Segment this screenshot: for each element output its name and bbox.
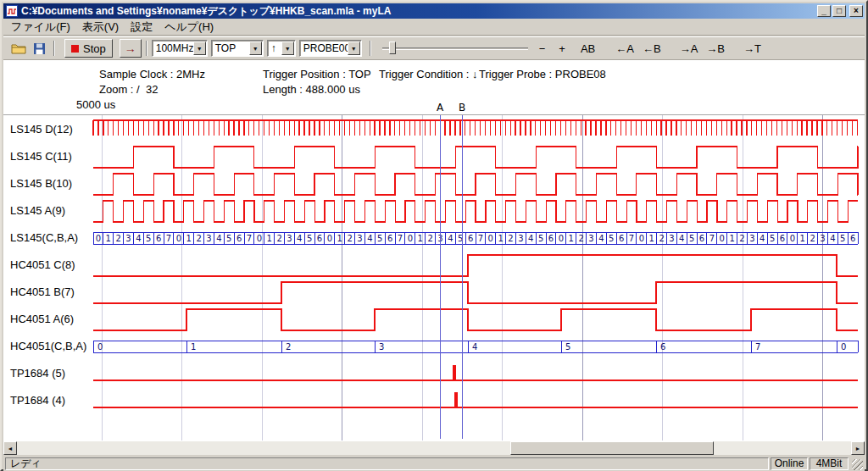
svg-text:4: 4 <box>528 234 533 243</box>
svg-text:4: 4 <box>760 234 765 243</box>
ab-cursor-button[interactable]: AB <box>576 40 599 57</box>
svg-text:1: 1 <box>569 234 574 243</box>
svg-text:7: 7 <box>166 234 171 243</box>
svg-text:0: 0 <box>408 234 413 243</box>
stop-icon <box>71 45 79 53</box>
svg-text:1: 1 <box>337 234 342 243</box>
svg-text:0: 0 <box>176 234 181 243</box>
chevron-down-icon[interactable]: ▼ <box>249 42 262 55</box>
svg-text:3: 3 <box>749 234 754 243</box>
slider-track <box>382 47 528 50</box>
left-a-button[interactable]: ←A <box>611 40 638 57</box>
svg-text:7: 7 <box>478 234 483 243</box>
chevron-down-icon[interactable]: ▼ <box>193 42 206 55</box>
status-bar: レディ Online 4MBit <box>3 456 865 471</box>
right-a-button[interactable]: →A <box>676 40 703 57</box>
svg-text:3: 3 <box>287 234 292 243</box>
trigger-position-value: TOP <box>215 42 236 54</box>
status-online: Online <box>771 457 808 470</box>
left-b-button[interactable]: ←B <box>638 40 665 57</box>
sample-clock-value: 100MHz <box>156 42 194 54</box>
svg-text:5: 5 <box>565 342 570 352</box>
svg-text:6: 6 <box>317 234 322 243</box>
svg-text:6: 6 <box>548 234 554 243</box>
svg-text:0: 0 <box>720 234 725 243</box>
svg-text:6: 6 <box>156 234 161 243</box>
svg-text:6: 6 <box>660 342 665 352</box>
title-bar[interactable]: C:¥Documents and Settings¥noname¥デスクトップ¥… <box>3 3 865 19</box>
open-button[interactable] <box>8 39 29 58</box>
svg-text:3: 3 <box>518 234 523 243</box>
zoom-slider[interactable] <box>382 40 528 57</box>
zoom-out-button[interactable]: − <box>535 40 550 57</box>
scroll-right-button[interactable]: ► <box>851 441 865 455</box>
svg-text:4: 4 <box>367 234 372 243</box>
sample-clock-select[interactable]: 100MHz ▼ <box>152 40 208 57</box>
svg-text:4: 4 <box>472 342 477 352</box>
svg-text:5: 5 <box>307 234 312 243</box>
svg-text:0: 0 <box>790 234 795 243</box>
svg-text:2: 2 <box>286 342 291 352</box>
svg-text:5: 5 <box>770 234 775 243</box>
svg-text:1: 1 <box>191 342 196 352</box>
svg-text:0: 0 <box>488 234 493 243</box>
svg-text:A: A <box>437 102 444 114</box>
svg-text:1: 1 <box>649 234 654 243</box>
svg-text:3: 3 <box>669 234 674 243</box>
chevron-down-icon[interactable]: ▼ <box>348 42 360 55</box>
resize-grip[interactable] <box>852 459 863 470</box>
right-t-button[interactable]: →T <box>739 40 765 57</box>
right-b-button[interactable]: →B <box>702 40 729 57</box>
svg-text:1: 1 <box>498 234 503 243</box>
svg-text:2: 2 <box>659 234 664 243</box>
stop-label: Stop <box>83 42 106 55</box>
zoom-in-button[interactable]: + <box>554 40 570 57</box>
svg-text:0: 0 <box>559 234 564 243</box>
svg-text:2: 2 <box>115 234 120 243</box>
scroll-left-button[interactable]: ◄ <box>3 441 17 455</box>
svg-text:0: 0 <box>96 234 101 243</box>
status-memory: 4MBit <box>810 457 849 470</box>
slider-thumb[interactable] <box>389 42 396 54</box>
waveform-canvas[interactable]: 0123456701234567012345601234567012345670… <box>3 60 865 441</box>
menu-item-help[interactable]: ヘルプ(H) <box>159 18 220 36</box>
menu-item-file[interactable]: ファイル(F) <box>5 18 76 36</box>
svg-text:3: 3 <box>357 234 362 243</box>
menu-item-settings[interactable]: 設定 <box>125 18 159 36</box>
horizontal-scrollbar[interactable]: ◄ ► <box>3 441 865 455</box>
save-button[interactable] <box>29 39 49 58</box>
svg-text:B: B <box>459 102 465 114</box>
trigger-position-select[interactable]: TOP ▼ <box>211 40 264 57</box>
chevron-down-icon[interactable]: ▼ <box>281 42 294 55</box>
svg-text:3: 3 <box>379 342 384 352</box>
svg-text:2: 2 <box>347 234 352 243</box>
open-folder-icon <box>11 42 26 55</box>
svg-text:2: 2 <box>276 234 281 243</box>
trigger-edge-select[interactable]: ↑ ▼ <box>267 40 296 57</box>
svg-text:2: 2 <box>427 234 432 243</box>
run-button[interactable]: → <box>120 39 142 58</box>
svg-text:5: 5 <box>377 234 382 243</box>
close-button[interactable]: × <box>849 5 863 17</box>
svg-text:0: 0 <box>639 234 644 243</box>
svg-text:0: 0 <box>257 234 262 243</box>
svg-text:2: 2 <box>196 234 201 243</box>
trigger-probe-select[interactable]: PROBE00 ▼ <box>299 40 362 57</box>
svg-text:1: 1 <box>800 234 805 243</box>
svg-text:2: 2 <box>508 234 513 243</box>
stop-button[interactable]: Stop <box>64 39 113 58</box>
minimize-button[interactable]: _ <box>817 5 831 17</box>
window-title: C:¥Documents and Settings¥noname¥デスクトップ¥… <box>21 4 815 19</box>
svg-text:7: 7 <box>755 342 760 352</box>
maximize-button[interactable]: □ <box>832 5 846 17</box>
svg-text:3: 3 <box>206 234 211 243</box>
waveform-area[interactable]: Sample Clock : 2MHz Trigger Position : T… <box>3 60 865 441</box>
menu-item-view[interactable]: 表示(V) <box>76 18 125 36</box>
status-message: レディ <box>5 457 769 470</box>
svg-text:7: 7 <box>247 234 252 243</box>
svg-text:6: 6 <box>850 234 855 243</box>
scroll-thumb[interactable] <box>510 441 714 455</box>
svg-text:1: 1 <box>267 234 272 243</box>
toolbar-separator <box>370 41 371 56</box>
svg-text:4: 4 <box>136 234 141 243</box>
